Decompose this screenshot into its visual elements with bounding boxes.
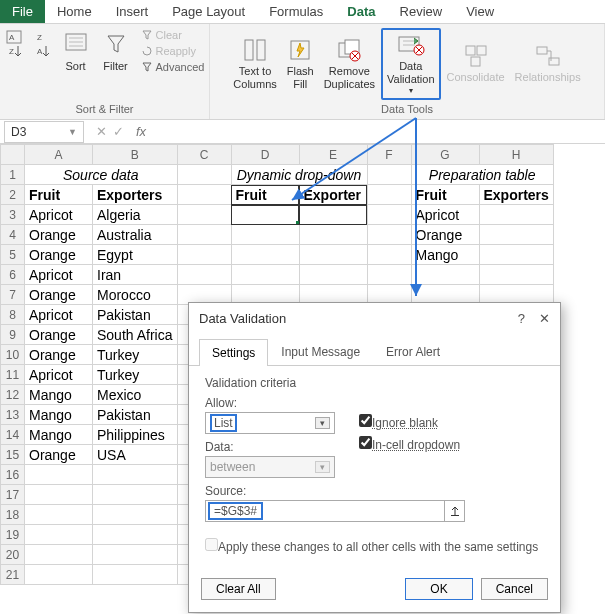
tab-data[interactable]: Data xyxy=(335,0,387,23)
header-source: Source data xyxy=(25,165,178,185)
tab-input-message[interactable]: Input Message xyxy=(268,338,373,365)
tab-home[interactable]: Home xyxy=(45,0,104,23)
svg-text:Z: Z xyxy=(37,33,42,42)
svg-rect-16 xyxy=(471,57,480,66)
remove-duplicates-button[interactable]: Remove Duplicates xyxy=(320,28,379,100)
incell-dropdown-checkbox[interactable]: In-cell dropdown xyxy=(359,436,460,452)
reapply-button[interactable]: Reapply xyxy=(138,44,208,58)
svg-rect-15 xyxy=(477,46,486,55)
svg-rect-6 xyxy=(245,40,253,60)
advanced-filter-button[interactable]: Advanced xyxy=(138,60,208,74)
data-select: between▾ xyxy=(205,456,335,478)
validation-criteria-label: Validation criteria xyxy=(205,376,544,390)
cancel-button[interactable]: Cancel xyxy=(481,578,548,600)
data-validation-dialog: Data Validation ? ✕ Settings Input Messa… xyxy=(188,302,561,613)
tab-file[interactable]: File xyxy=(0,0,45,23)
ignore-blank-checkbox[interactable]: Ignore blank xyxy=(359,414,460,430)
svg-text:A: A xyxy=(9,33,15,42)
svg-rect-17 xyxy=(537,47,547,54)
name-box[interactable]: D3▼ xyxy=(4,121,84,143)
svg-text:Z: Z xyxy=(9,47,14,56)
source-label: Source: xyxy=(205,484,544,498)
data-validation-button[interactable]: Data Validation▾ xyxy=(381,28,441,100)
relationships-button[interactable]: Relationships xyxy=(511,28,585,100)
tab-pagelayout[interactable]: Page Layout xyxy=(160,0,257,23)
allow-select[interactable]: List▾ xyxy=(205,412,335,434)
allow-label: Allow: xyxy=(205,396,335,410)
close-icon[interactable]: ✕ xyxy=(539,311,550,326)
ribbon-tabstrip: File Home Insert Page Layout Formulas Da… xyxy=(0,0,605,24)
data-label: Data: xyxy=(205,440,335,454)
tab-formulas[interactable]: Formulas xyxy=(257,0,335,23)
svg-rect-21 xyxy=(451,515,459,516)
cancel-icon[interactable]: ✕ xyxy=(96,124,107,139)
fx-icon[interactable]: fx xyxy=(132,124,150,139)
ribbon: AZ ZA Sort Filter Clear Reapply Advanced… xyxy=(0,24,605,120)
chevron-down-icon: ▾ xyxy=(409,86,413,96)
chevron-down-icon: ▼ xyxy=(68,127,77,137)
svg-text:A: A xyxy=(37,47,43,56)
flash-fill-button[interactable]: Flash Fill xyxy=(283,28,318,100)
group-label-sortfilter: Sort & Filter xyxy=(6,103,203,115)
group-label-datatools: Data Tools xyxy=(216,103,598,115)
sort-button[interactable]: Sort xyxy=(58,28,94,75)
sort-az-button[interactable]: AZ xyxy=(2,28,26,62)
tab-error-alert[interactable]: Error Alert xyxy=(373,338,453,365)
cell-d3[interactable] xyxy=(231,205,299,225)
source-input[interactable]: =$G$3# xyxy=(205,500,465,522)
enter-icon[interactable]: ✓ xyxy=(113,124,124,139)
filter-button[interactable]: Filter xyxy=(98,28,134,75)
range-picker-icon[interactable] xyxy=(444,501,464,521)
formula-bar: D3▼ ✕ ✓ fx xyxy=(0,120,605,144)
svg-rect-14 xyxy=(466,46,475,55)
tab-view[interactable]: View xyxy=(454,0,506,23)
tab-settings[interactable]: Settings xyxy=(199,339,268,366)
clear-all-button[interactable]: Clear All xyxy=(201,578,276,600)
ok-button[interactable]: OK xyxy=(405,578,472,600)
header-prep: Preparation table xyxy=(411,165,553,185)
text-to-columns-button[interactable]: Text to Columns xyxy=(229,28,280,100)
sort-za-button[interactable]: ZA xyxy=(30,28,54,62)
consolidate-button[interactable]: Consolidate xyxy=(443,28,509,100)
svg-rect-7 xyxy=(257,40,265,60)
tab-review[interactable]: Review xyxy=(388,0,455,23)
header-dynamic: Dynamic drop-down xyxy=(231,165,367,185)
apply-all-checkbox: Apply these changes to all other cells w… xyxy=(205,538,544,554)
tab-insert[interactable]: Insert xyxy=(104,0,161,23)
help-icon[interactable]: ? xyxy=(518,311,525,326)
dialog-title: Data Validation xyxy=(199,311,286,326)
clear-filter-button[interactable]: Clear xyxy=(138,28,208,42)
chevron-down-icon: ▾ xyxy=(315,417,330,429)
